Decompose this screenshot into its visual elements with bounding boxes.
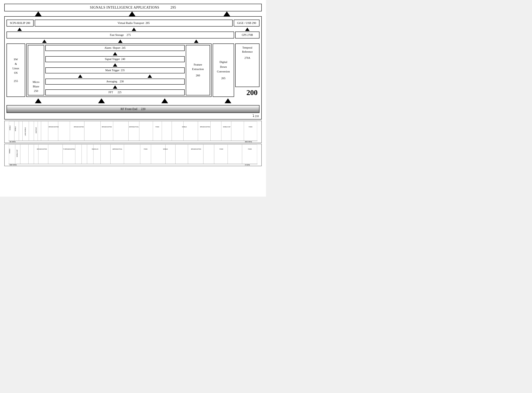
rf-label: RF Front-End xyxy=(121,107,137,111)
alarm-box: Alarm / Report 245 xyxy=(45,45,185,51)
arr-fft xyxy=(45,85,185,89)
arrow-signal-icon xyxy=(113,63,117,67)
label-200: 200 xyxy=(235,88,260,97)
micro-blaze-label: Micro Blaze xyxy=(33,80,39,89)
arrow-gige xyxy=(223,11,230,16)
freq-label-300mhz-bottom: 300 MHz xyxy=(10,164,17,166)
rf-number: 220 xyxy=(141,107,145,111)
svg-text:MOBILE: MOBILE xyxy=(15,126,16,131)
arrow-vrt xyxy=(129,11,135,16)
svg-text:BROADCASTING: BROADCASTING xyxy=(74,126,84,128)
svg-text:AERONAUTICAL: AERONAUTICAL xyxy=(129,126,139,128)
rf-row: RF Front-End 220 xyxy=(6,105,260,113)
svg-text:LAND MOBILE: LAND MOBILE xyxy=(25,127,26,136)
mask-trigger-label: Mask Trigger xyxy=(105,69,120,72)
rf-box: RF Front-End 220 xyxy=(6,105,260,113)
ddc-number: 265 xyxy=(221,76,226,81)
arrow-rf-4 xyxy=(225,98,231,103)
arrow-rf-2 xyxy=(98,98,105,103)
arrow-alarm-icon xyxy=(113,52,117,55)
svg-text:MOBILE: MOBILE xyxy=(9,125,11,130)
svg-text:MOBILE: MOBILE xyxy=(182,126,187,128)
temporal-box: Temporal Reference 270A xyxy=(235,44,260,87)
page: SIGNALS INTELLIGENCE APPLICATIONS 295 SC… xyxy=(0,0,266,196)
arr-fs-2 xyxy=(118,39,123,43)
sw-linux-label: SW & Linux OS xyxy=(13,57,19,75)
gige-number: 290 xyxy=(252,21,256,25)
top-bar-label: SIGNALS INTELLIGENCE APPLICATIONS xyxy=(90,6,159,10)
arrow-rf-3 xyxy=(161,98,168,103)
feature-number: 260 xyxy=(196,73,200,78)
micro-blaze-number: 250 xyxy=(34,89,38,93)
svg-text:MOBILE SAT: MOBILE SAT xyxy=(16,150,18,157)
micro-blaze-box: Micro Blaze 250 xyxy=(28,45,44,95)
arr-signal xyxy=(45,63,185,67)
alarm-label: Alarm / Report xyxy=(104,46,120,49)
main-content-area: SW & Linux OS 255 Micro Blaze 250 xyxy=(6,44,260,97)
svg-text:FIXED: FIXED xyxy=(220,148,223,150)
freq-label-3ghz: 3 GHz xyxy=(245,164,250,166)
spectrum-top: MOBILE MOBILE LAND MOBILE AMATEUR BROADC… xyxy=(4,121,262,143)
fast-storage-row: Fast Storage 275 GPS 270B xyxy=(6,32,260,39)
top-bar: SIGNALS INTELLIGENCE APPLICATIONS 295 xyxy=(4,4,262,11)
fast-storage-label: Fast Storage xyxy=(110,33,124,36)
signal-trigger-number: 240 xyxy=(121,58,125,60)
freq-label-30mhz: 30 MHz xyxy=(10,141,16,143)
scpi-box: SCPI-HiSLIP 280 xyxy=(6,20,34,26)
svg-text:TV BROADCASTING: TV BROADCASTING xyxy=(63,148,75,150)
svg-text:BROADCASTING: BROADCASTING xyxy=(49,126,59,128)
arr-fs-3 xyxy=(194,39,198,43)
svg-text:BROADCASTING: BROADCASTING xyxy=(191,148,201,150)
transport-row: SCPI-HiSLIP 280 Virtual Radio Transport … xyxy=(6,20,260,26)
vrt-box: Virtual Radio Transport 285 xyxy=(35,20,233,26)
svg-text:AMATEUR: AMATEUR xyxy=(35,127,37,133)
svg-text:BROADCASTING: BROADCASTING xyxy=(200,126,210,128)
spectrum-bottom-svg: MOBILE MOBILE SAT BROADCASTING TV BROADC… xyxy=(5,144,261,166)
vrt-label: Virtual Radio Transport xyxy=(117,21,144,25)
svg-text:BROADCASTING: BROADCASTING xyxy=(37,148,47,150)
gps-box: GPS 270B xyxy=(235,32,260,39)
alarm-section: Alarm / Report 245 Signal Trigger 240 xyxy=(45,45,185,74)
arrow-avg-1 xyxy=(78,74,82,78)
svg-text:MOBILE: MOBILE xyxy=(163,148,168,150)
svg-text:MOBILE SAT: MOBILE SAT xyxy=(223,126,231,128)
feature-label: Feature Extraction xyxy=(192,62,204,71)
svg-text:BROADCASTING: BROADCASTING xyxy=(102,126,112,128)
svg-text:FIXED: FIXED xyxy=(144,148,148,150)
outer-border: SCPI-HiSLIP 280 Virtual Radio Transport … xyxy=(4,16,262,119)
spectrum-top-svg: MOBILE MOBILE LAND MOBILE AMATEUR BROADC… xyxy=(5,121,261,143)
arrow-rf-1 xyxy=(35,98,42,103)
sw-linux-number: 255 xyxy=(14,79,18,83)
right-side: Temporal Reference 270A 200 xyxy=(235,44,260,97)
svg-text:MOBILE: MOBILE xyxy=(9,149,10,153)
mask-trigger-number: 235 xyxy=(121,69,125,72)
arr-down-vrt xyxy=(132,28,136,31)
gps-label: GPS 270B xyxy=(242,34,253,37)
mask-trigger-box: Mask Trigger 235 xyxy=(45,67,185,73)
inner-content: Micro Blaze 250 Alarm / Report 245 xyxy=(26,44,212,97)
signal-trigger-box: Signal Trigger 240 xyxy=(45,56,185,62)
top-bar-number: 295 xyxy=(170,6,176,10)
freq-label-300mhz: 300 MHz xyxy=(245,141,252,143)
scpi-label: SCPI-HiSLIP xyxy=(10,21,25,25)
spectrum-bottom: MOBILE MOBILE SAT BROADCASTING TV BROADC… xyxy=(4,144,262,166)
fast-storage-arrows xyxy=(6,39,260,43)
fft-box: FFT 225 xyxy=(45,89,185,95)
arr-down-scpi xyxy=(17,28,22,31)
arr-alarm xyxy=(45,51,185,56)
svg-text:AERONAUTICAL: AERONAUTICAL xyxy=(112,148,122,150)
sw-linux-box: SW & Linux OS 255 xyxy=(6,44,25,97)
transport-down-arrows xyxy=(6,28,260,31)
svg-rect-40 xyxy=(9,144,257,166)
annotation-210: ⤵ 210 xyxy=(6,114,260,118)
vrt-number: 285 xyxy=(145,21,150,25)
diagram-container: SIGNALS INTELLIGENCE APPLICATIONS 295 SC… xyxy=(4,4,262,166)
averaging-number: 230 xyxy=(120,80,124,83)
scpi-number: 280 xyxy=(26,21,30,25)
fast-storage-number: 275 xyxy=(127,33,131,36)
averaging-box: Averaging 230 xyxy=(45,79,185,85)
arrow-scpi xyxy=(35,11,42,16)
two-arrows-avg xyxy=(45,74,185,79)
svg-text:RADIOLOC: RADIOLOC xyxy=(92,148,98,150)
signal-trigger-label: Signal Trigger xyxy=(105,58,120,60)
